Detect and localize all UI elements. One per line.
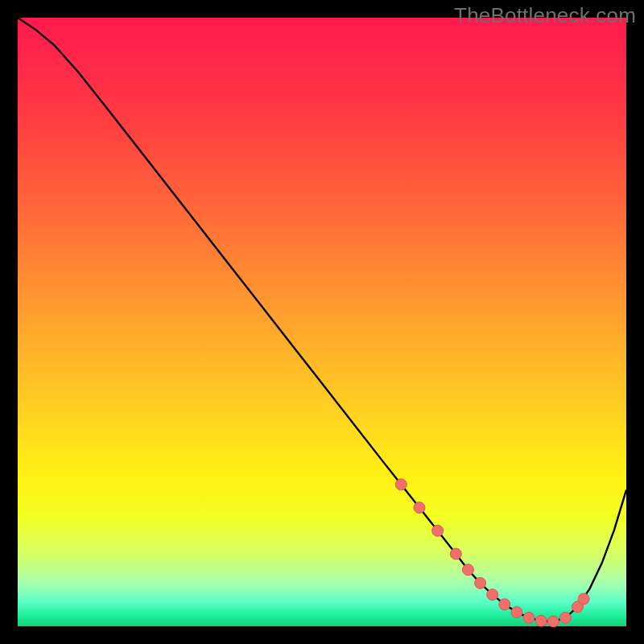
curve-marker (450, 548, 461, 559)
watermark-text: TheBottleneck.com (454, 3, 636, 28)
curve-marker (414, 502, 425, 514)
chart-frame: TheBottleneck.com (0, 0, 644, 644)
curve-marker (523, 612, 535, 623)
curve-marker (578, 593, 589, 605)
curve-marker (462, 564, 473, 576)
curve-marker (499, 599, 510, 610)
bottleneck-curve (18, 18, 626, 626)
curve-marker (395, 479, 407, 490)
curve-marker (432, 525, 444, 536)
chart-plot-area (18, 18, 626, 626)
curve-marker (475, 577, 486, 588)
curve-marker (487, 589, 498, 601)
curve-marker (535, 615, 547, 626)
curve-marker (511, 607, 522, 618)
curve-marker (547, 616, 559, 627)
curve-marker (559, 612, 571, 623)
curve-line (18, 18, 626, 621)
curve-markers (395, 479, 589, 627)
